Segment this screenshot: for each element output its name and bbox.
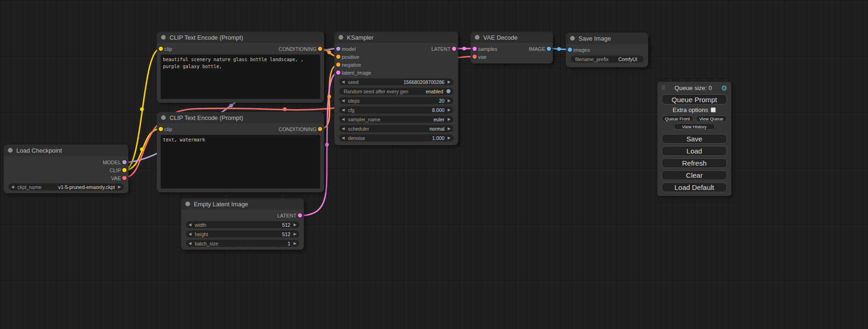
- decrement-icon[interactable]: ◀: [189, 242, 191, 245]
- output-port-latent[interactable]: [298, 213, 302, 217]
- output-label-image: IMAGE: [529, 46, 545, 52]
- node-titlebar[interactable]: KSampler: [334, 32, 458, 43]
- increment-icon[interactable]: ▶: [448, 127, 451, 131]
- increment-icon[interactable]: ▶: [448, 99, 451, 103]
- widget-name: sampler_name: [348, 117, 380, 122]
- widget-value: 512: [282, 222, 290, 228]
- node-titlebar[interactable]: CLIP Text Encode (Prompt): [157, 32, 324, 43]
- widget-value: 8.000: [432, 107, 445, 113]
- output-port-latent[interactable]: [452, 47, 456, 51]
- increment-icon[interactable]: ▶: [448, 80, 451, 84]
- node-clip-text-encode-positive[interactable]: CLIP Text Encode (Prompt) clip CONDITION…: [157, 32, 324, 103]
- node-titlebar[interactable]: Save Image: [566, 33, 648, 44]
- queue-prompt-button[interactable]: Queue Prompt: [662, 94, 727, 105]
- decrement-icon[interactable]: ◀: [342, 108, 345, 112]
- node-titlebar[interactable]: Load Checkpoint: [4, 145, 128, 156]
- collapse-toggle-icon[interactable]: [570, 36, 575, 41]
- drag-handle-icon[interactable]: ⠿: [661, 85, 665, 91]
- node-save-image[interactable]: Save Image images filename_prefix ComfyU…: [566, 33, 648, 67]
- decrement-icon[interactable]: ◀: [342, 118, 345, 121]
- node-titlebar[interactable]: VAE Decode: [471, 32, 553, 43]
- widget-seed[interactable]: ◀ seed 156680208700286 ▶: [339, 78, 453, 85]
- node-graph-canvas[interactable]: Load Checkpoint MODEL CLIP VAE ◀ ckpt_na…: [0, 0, 868, 329]
- widget-denoise[interactable]: ◀ denoise 1.000 ▶: [339, 134, 453, 141]
- refresh-button[interactable]: Refresh: [662, 158, 727, 168]
- collapse-toggle-icon[interactable]: [475, 35, 480, 40]
- output-port-clip[interactable]: [122, 168, 127, 172]
- output-port-image[interactable]: [547, 47, 551, 51]
- node-titlebar[interactable]: CLIP Text Encode (Prompt): [157, 112, 324, 123]
- widget-steps[interactable]: ◀ steps 20 ▶: [339, 97, 453, 104]
- decrement-icon[interactable]: ◀: [189, 223, 191, 227]
- load-button[interactable]: Load: [662, 146, 727, 156]
- decrement-icon[interactable]: ◀: [342, 127, 345, 131]
- extra-options-row: Extra options: [657, 106, 731, 113]
- input-port-latent-image[interactable]: [336, 70, 340, 75]
- decrement-icon[interactable]: ◀: [342, 136, 345, 140]
- widget-name: width: [195, 222, 206, 228]
- slot-row: model LATENT: [334, 45, 458, 53]
- input-port-samples[interactable]: [473, 47, 477, 51]
- node-ksampler[interactable]: KSampler model LATENT positive negative …: [334, 32, 458, 145]
- node-titlebar[interactable]: Empty Latent Image: [181, 198, 304, 210]
- increment-icon[interactable]: ▶: [448, 136, 451, 140]
- node-load-checkpoint[interactable]: Load Checkpoint MODEL CLIP VAE ◀ ckpt_na…: [4, 145, 128, 193]
- negative-prompt-textarea[interactable]: text, watermark: [161, 135, 320, 189]
- collapse-toggle-icon[interactable]: [161, 35, 166, 40]
- input-port-clip[interactable]: [159, 127, 163, 131]
- decrement-icon[interactable]: ◀: [342, 80, 345, 84]
- widget-name: filename_prefix: [575, 56, 608, 62]
- widget-width[interactable]: ◀ width 512 ▶: [186, 221, 299, 228]
- output-port-conditioning[interactable]: [318, 127, 322, 131]
- widget-scheduler[interactable]: ◀ scheduler normal ▶: [339, 125, 453, 132]
- widget-name: seed: [348, 79, 359, 85]
- increment-icon[interactable]: ▶: [294, 232, 296, 236]
- toggle-on-icon[interactable]: [446, 89, 451, 93]
- node-clip-text-encode-negative[interactable]: CLIP Text Encode (Prompt) clip CONDITION…: [157, 112, 324, 192]
- view-queue-button[interactable]: View Queue: [696, 115, 727, 122]
- node-vae-decode[interactable]: VAE Decode samples IMAGE vae: [471, 32, 553, 63]
- positive-prompt-textarea[interactable]: beautiful scenery nature glass bottle la…: [161, 55, 320, 99]
- widget-sampler-name[interactable]: ◀ sampler_name euler ▶: [339, 116, 453, 123]
- save-button[interactable]: Save: [662, 134, 727, 144]
- node-empty-latent-image[interactable]: Empty Latent Image LATENT ◀ width 512 ▶ …: [181, 198, 304, 250]
- clear-button[interactable]: Clear: [662, 170, 727, 180]
- decrement-icon[interactable]: ◀: [342, 99, 345, 103]
- output-port-model[interactable]: [122, 160, 127, 164]
- output-port-vae[interactable]: [122, 176, 127, 180]
- collapse-toggle-icon[interactable]: [185, 202, 190, 206]
- collapse-toggle-icon[interactable]: [161, 115, 166, 120]
- widget-height[interactable]: ◀ height 512 ▶: [186, 231, 299, 238]
- widget-batch-size[interactable]: ◀ batch_size 1 ▶: [186, 240, 299, 247]
- view-history-button[interactable]: View History: [674, 123, 715, 130]
- collapse-toggle-icon[interactable]: [339, 35, 343, 40]
- input-label-clip: clip: [164, 46, 172, 52]
- decrement-icon[interactable]: ◀: [189, 232, 191, 236]
- increment-icon[interactable]: ▶: [448, 108, 451, 112]
- widget-ckpt-name[interactable]: ◀ ckpt_name v1-5-pruned-emaonly.ckpt ▶: [8, 183, 124, 190]
- extra-options-checkbox[interactable]: [711, 107, 716, 112]
- widget-cfg[interactable]: ◀ cfg 8.000 ▶: [339, 106, 453, 113]
- output-port-conditioning[interactable]: [318, 47, 322, 51]
- increment-icon[interactable]: ▶: [294, 242, 296, 245]
- collapse-toggle-icon[interactable]: [8, 148, 13, 153]
- increment-icon[interactable]: ▶: [448, 118, 451, 121]
- widget-filename-prefix[interactable]: filename_prefix ComfyUI: [571, 56, 643, 63]
- widget-name: cfg: [348, 107, 354, 113]
- increment-icon[interactable]: ▶: [294, 223, 296, 227]
- input-label-positive: positive: [342, 54, 359, 60]
- load-default-button[interactable]: Load Default: [662, 182, 727, 192]
- input-port-images[interactable]: [568, 48, 572, 52]
- node-title: CLIP Text Encode (Prompt): [169, 34, 243, 41]
- input-port-positive[interactable]: [336, 55, 340, 59]
- input-port-vae[interactable]: [473, 55, 477, 59]
- increment-icon[interactable]: ▶: [118, 185, 121, 189]
- input-port-model[interactable]: [336, 47, 340, 51]
- widget-random-seed-toggle[interactable]: Random seed after every gen enabled: [339, 88, 453, 95]
- queue-front-button[interactable]: Queue Front: [662, 115, 693, 122]
- link-midpoint-dot: [325, 143, 329, 147]
- input-port-negative[interactable]: [336, 63, 340, 67]
- decrement-icon[interactable]: ◀: [11, 185, 14, 189]
- settings-gear-icon[interactable]: ⚙: [721, 84, 727, 91]
- input-port-clip[interactable]: [159, 47, 163, 51]
